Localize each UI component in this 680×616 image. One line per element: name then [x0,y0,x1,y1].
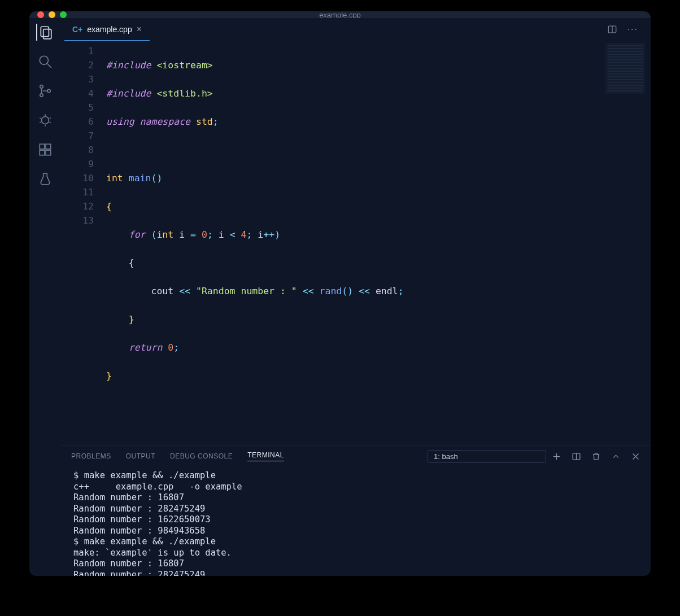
svg-rect-10 [40,150,45,155]
svg-rect-0 [41,27,49,36]
kill-terminal-icon[interactable] [591,452,601,461]
new-terminal-icon[interactable] [552,452,561,461]
svg-rect-9 [46,144,51,149]
tab-debug-console[interactable]: DEBUG CONSOLE [170,452,233,460]
terminal-output[interactable]: $ make example && ./example c++ example.… [61,467,651,576]
explorer-icon[interactable] [36,24,53,41]
svg-point-5 [40,94,43,97]
svg-rect-11 [46,150,51,155]
tab-filename: example.cpp [87,25,132,34]
maximize-panel-icon[interactable] [611,452,621,461]
split-editor-icon[interactable] [607,24,617,34]
svg-point-6 [47,89,50,92]
code-content[interactable]: #include <iostream> #include <stdlib.h> … [106,44,651,439]
bottom-panel: PROBLEMS OUTPUT DEBUG CONSOLE TERMINAL 1… [61,445,651,576]
close-panel-icon[interactable] [631,452,640,461]
tab-example-cpp[interactable]: C+ example.cpp × [64,18,150,41]
svg-point-7 [42,117,49,124]
more-actions-icon[interactable]: ··· [627,24,638,34]
titlebar: example.cpp [29,11,651,18]
source-control-icon[interactable] [37,82,54,99]
svg-rect-1 [43,29,51,39]
debug-icon[interactable] [37,112,54,129]
activity-bar [29,18,61,576]
editor-area: C+ example.cpp × ··· 12345678910111213 #… [61,18,651,576]
testing-icon[interactable] [37,171,54,187]
panel-tabs: PROBLEMS OUTPUT DEBUG CONSOLE TERMINAL 1… [61,445,651,467]
cpp-file-icon: C+ [72,25,82,34]
svg-point-2 [40,56,48,64]
terminal-selector[interactable]: 1: bash [428,450,546,463]
split-terminal-icon[interactable] [572,452,581,461]
vscode-window: example.cpp [29,11,651,576]
tab-problems[interactable]: PROBLEMS [71,452,111,460]
line-gutter: 12345678910111213 [61,44,106,439]
extensions-icon[interactable] [37,141,54,158]
svg-line-3 [47,63,51,68]
tab-bar: C+ example.cpp × ··· [61,18,651,41]
tab-terminal[interactable]: TERMINAL [247,451,284,461]
svg-point-4 [40,85,43,88]
search-icon[interactable] [37,53,54,70]
close-tab-icon[interactable]: × [137,24,142,34]
tab-output[interactable]: OUTPUT [126,452,155,460]
code-editor[interactable]: 12345678910111213 #include <iostream> #i… [61,41,651,445]
svg-rect-8 [40,144,45,149]
editor-actions: ··· [607,24,651,34]
